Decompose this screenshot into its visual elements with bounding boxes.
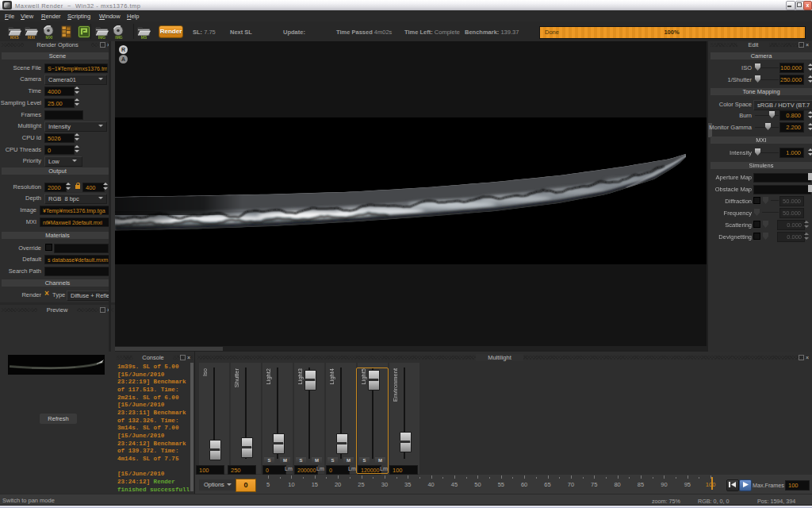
svg-text:MXI: MXI bbox=[46, 35, 54, 40]
svg-text:MXS: MXS bbox=[10, 35, 20, 40]
svg-text:IMG: IMG bbox=[115, 35, 123, 40]
svg-text:MS: MS bbox=[141, 35, 147, 40]
svg-text:MXI: MXI bbox=[28, 35, 36, 40]
svg-text:IMG: IMG bbox=[98, 35, 106, 40]
